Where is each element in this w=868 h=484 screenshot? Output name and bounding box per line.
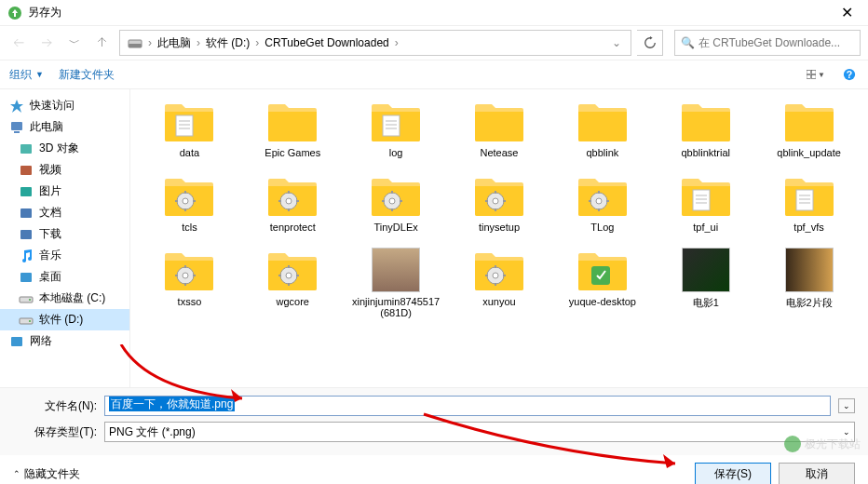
crumb-2[interactable]: CRTubeGet Downloaded (261, 36, 392, 49)
folder-icon (366, 246, 426, 294)
watermark-icon (784, 436, 801, 452)
sidebar-item-label: 下载 (39, 226, 61, 242)
folder-icon (469, 171, 529, 220)
crumb-1[interactable]: 软件 (D:) (202, 35, 253, 51)
file-item[interactable]: 电影2片段 (759, 242, 859, 322)
drive-icon (19, 313, 34, 328)
folder-icon (366, 97, 426, 145)
folder-icon (159, 246, 219, 294)
sidebar-item-quick[interactable]: 快速访问 (0, 95, 129, 116)
save-fields: 文件名(N): 百度一下，你就知道.png ⌄ 保存类型(T): PNG 文件 … (0, 387, 868, 455)
sidebar-item-drive[interactable]: 本地磁盘 (C:) (0, 288, 129, 309)
folder-icon (469, 246, 529, 294)
file-item[interactable]: data (140, 93, 239, 162)
hide-folders-button[interactable]: ⌃ 隐藏文件夹 (13, 466, 80, 482)
sidebar-item-3d[interactable]: 3D 对象 (0, 138, 129, 159)
file-item[interactable]: xunyou (450, 242, 549, 322)
file-item[interactable]: qbblink (552, 93, 652, 162)
forward-button[interactable]: 🡢 (35, 32, 58, 54)
filename-label: 文件名(N): (13, 398, 97, 414)
folder-icon (780, 246, 839, 294)
crumb-0[interactable]: 此电脑 (154, 35, 195, 51)
sidebar-item-video[interactable]: 视频 (0, 159, 129, 181)
file-item[interactable]: wgcore (243, 242, 343, 322)
filetype-select[interactable]: PNG 文件 (*.png) ⌄ (104, 422, 855, 442)
svg-point-81 (493, 273, 498, 278)
up-button[interactable]: 🡡 (91, 32, 114, 54)
video-icon (19, 163, 34, 178)
file-item[interactable]: tcls (140, 168, 239, 236)
doc-icon (19, 206, 34, 221)
file-item[interactable]: 电影1 (656, 242, 755, 322)
sidebar-item-doc[interactable]: 文档 (0, 202, 129, 223)
file-item[interactable]: yuque-desktop (552, 242, 652, 322)
sidebar-item-drive[interactable]: 软件 (D:) (0, 309, 129, 330)
svg-rect-16 (20, 273, 32, 282)
3d-icon (19, 141, 34, 156)
file-item[interactable]: txsso (140, 242, 239, 322)
sidebar-item-net[interactable]: 网络 (0, 330, 129, 352)
sidebar-item-music[interactable]: 音乐 (0, 245, 129, 266)
file-item[interactable]: tpf_vfs (759, 168, 859, 236)
filename-dropdown-icon[interactable]: ⌄ (838, 398, 855, 413)
toolbar: 组织▼ 新建文件夹 ▼ ? (0, 60, 868, 89)
recent-dropdown[interactable]: ﹀ (63, 32, 86, 54)
refresh-button[interactable] (637, 30, 663, 56)
file-item[interactable]: TLog (552, 168, 652, 236)
sidebar-item-pic[interactable]: 图片 (0, 181, 129, 202)
file-item[interactable]: Netease (450, 93, 549, 162)
footer: ⌃ 隐藏文件夹 保存(S) 取消 (0, 455, 868, 484)
sidebar-item-pc[interactable]: 此电脑 (0, 116, 129, 138)
sidebar-item-desk[interactable]: 桌面 (0, 266, 129, 288)
sidebar-item-dl[interactable]: 下载 (0, 223, 129, 245)
window-title: 另存为 (28, 5, 834, 20)
file-item[interactable]: qbblinktrial (656, 93, 755, 162)
music-icon (19, 249, 34, 263)
svg-point-43 (389, 198, 395, 204)
filename-input[interactable]: 百度一下，你就知道.png (104, 396, 831, 416)
sidebar-item-label: 桌面 (39, 269, 61, 285)
nav-bar: 🡠 🡢 ﹀ 🡡 › 此电脑 › 软件 (D:) › CRTubeGet Down… (0, 26, 868, 60)
file-item[interactable]: tinysetup (450, 168, 549, 236)
breadcrumb[interactable]: › 此电脑 › 软件 (D:) › CRTubeGet Downloaded ›… (119, 30, 631, 56)
view-button[interactable]: ▼ (807, 65, 825, 84)
file-list[interactable]: dataEpic GameslogNeteaseqbblinkqbblinktr… (130, 89, 868, 387)
file-item[interactable]: tenprotect (243, 168, 343, 236)
folder-icon (263, 97, 322, 145)
back-button[interactable]: 🡠 (7, 32, 30, 54)
item-label: tpf_vfs (793, 222, 823, 233)
svg-rect-60 (693, 190, 710, 210)
help-button[interactable]: ? (840, 65, 859, 84)
sidebar-item-label: 软件 (D:) (39, 312, 83, 328)
new-folder-button[interactable]: 新建文件夹 (59, 67, 115, 83)
organize-menu[interactable]: 组织▼ (9, 67, 44, 83)
item-label: tenprotect (270, 222, 316, 233)
item-label: TinyDLEx (373, 222, 417, 233)
item-label: tcls (182, 222, 197, 233)
svg-rect-14 (20, 208, 32, 218)
file-item[interactable]: log (346, 93, 446, 162)
folder-icon (573, 246, 632, 294)
item-label: txsso (178, 296, 202, 307)
desk-icon (19, 270, 34, 285)
cancel-button[interactable]: 取消 (779, 463, 855, 484)
breadcrumb-dropdown-icon[interactable]: ⌄ (606, 36, 627, 49)
search-input[interactable] (698, 36, 854, 49)
folder-icon (676, 171, 736, 220)
file-item[interactable]: tpf_ui (656, 168, 755, 236)
close-button[interactable]: ✕ (834, 4, 861, 21)
file-item[interactable]: TinyDLEx (346, 168, 446, 236)
svg-point-18 (29, 299, 31, 301)
file-item[interactable]: xinjinjumin8745517(681D) (346, 242, 446, 322)
chevron-down-icon: ▼ (35, 70, 44, 79)
search-box[interactable]: 🔍 (674, 30, 861, 56)
save-button[interactable]: 保存(S) (695, 463, 771, 484)
file-item[interactable]: Epic Games (243, 93, 343, 162)
sidebar-item-label: 3D 对象 (39, 141, 79, 156)
item-label: 电影2片段 (786, 296, 833, 310)
file-item[interactable]: qblink_update (759, 93, 859, 162)
svg-point-75 (286, 273, 292, 278)
svg-point-31 (183, 198, 188, 204)
title-bar: 另存为 ✕ (0, 0, 868, 26)
item-label: TLog (590, 222, 614, 233)
